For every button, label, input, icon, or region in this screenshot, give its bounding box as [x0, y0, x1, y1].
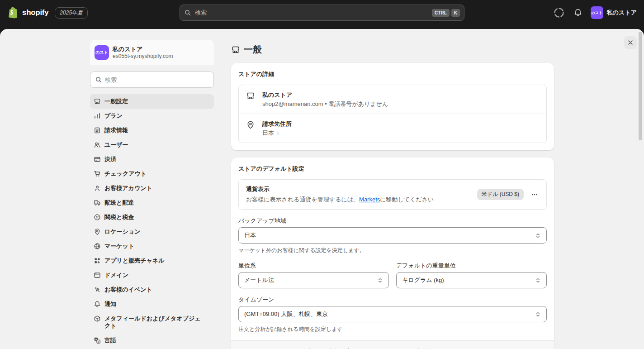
store-domain: es055t-sy.myshopify.com: [113, 53, 173, 60]
horizontal-dots-icon: [531, 191, 538, 198]
billing-icon: [94, 127, 101, 134]
settings-search: [90, 72, 214, 88]
apps-icon: [94, 257, 101, 264]
close-button[interactable]: [624, 36, 637, 49]
sidebar-item-domains[interactable]: ドメイン: [90, 268, 214, 282]
sidebar-item-label: 決済: [104, 156, 116, 163]
currency-description-suffix: に移動してください: [380, 196, 434, 203]
settings-sidebar: のスト 私のストア es055t-sy.myshopify.com 一般設定プラ…: [90, 29, 214, 349]
topbar-right: のスト 私のストア: [553, 6, 637, 19]
settings-search-input[interactable]: [105, 76, 209, 83]
store-header: のスト 私のストア es055t-sy.myshopify.com: [90, 40, 214, 65]
sidebar-item-label: お客様のイベント: [104, 286, 152, 293]
chevron-updown-icon: [535, 233, 541, 239]
settings-modal: のスト 私のストア es055t-sy.myshopify.com 一般設定プラ…: [0, 29, 644, 349]
sidebar-item-metafields[interactable]: メタフィールドおよびメタオブジェクト: [90, 311, 214, 333]
chevron-updown-icon: [535, 277, 541, 283]
sidebar-item-checkout[interactable]: チェックアウト: [90, 167, 214, 181]
sidebar-item-payments[interactable]: 決済: [90, 152, 214, 167]
topbar: shopify 2025年夏 検索 CTRL K のスト 私のストア: [0, 0, 644, 25]
sidebar-item-label: お客様アカウント: [104, 185, 152, 192]
languages-icon: A文: [94, 337, 101, 344]
sidebar-item-location[interactable]: ロケーション: [90, 225, 214, 239]
sidebar-item-label: ドメイン: [104, 272, 128, 279]
units-grid: 単位系 メートル法 デフォルトの重量単位 キログラム (kg): [238, 262, 547, 288]
edition-badge[interactable]: 2025年夏: [55, 7, 88, 19]
currency-description-prefix: お客様に表示される通貨を管理するには、: [246, 196, 359, 203]
store-details-card: ストアの詳細 私のストアshop2@mamenari.com • 電話番号があり…: [231, 63, 554, 150]
sidebar-item-notifications[interactable]: 通知: [90, 297, 214, 311]
backup-region-select[interactable]: 日本: [238, 227, 547, 244]
detail-title: 私のストア: [262, 91, 388, 99]
users-icon: [94, 141, 101, 148]
domains-icon: [94, 272, 101, 279]
sidebar-item-label: 言語: [104, 337, 116, 344]
sidebar-item-label: メタフィールドおよびメタオブジェクト: [104, 315, 201, 330]
weight-unit-select[interactable]: キログラム (kg): [396, 272, 547, 288]
timezone-select[interactable]: (GMT+09:00) 大阪、札幌、東京: [238, 306, 547, 322]
sidebar-item-label: 配送と配達: [104, 199, 134, 206]
sidebar-item-label: 一般設定: [104, 98, 128, 105]
currency-description: お客様に表示される通貨を管理するには、Marketsに移動してください: [246, 196, 434, 204]
plan-icon: [94, 112, 101, 120]
sidebar-item-label: ユーザー: [104, 141, 128, 148]
sidebar-item-account[interactable]: お客様アカウント: [90, 181, 214, 196]
unit-system-field: 単位系 メートル法: [238, 262, 389, 288]
store-details-box: 私のストアshop2@mamenari.com • 電話番号がありません請求先住…: [238, 85, 547, 143]
markets-icon: [94, 243, 101, 250]
sidebar-item-languages[interactable]: A文言語: [90, 333, 214, 348]
user-menu[interactable]: のスト 私のストア: [591, 6, 637, 19]
currency-badge: 米ドル (USD $): [477, 189, 524, 200]
global-search[interactable]: 検索 CTRL K: [180, 5, 464, 21]
search-icon: [95, 76, 102, 83]
unit-system-select[interactable]: メートル法: [238, 272, 389, 288]
store-icon: [246, 91, 255, 100]
sidebar-item-billing[interactable]: 請求情報: [90, 123, 214, 138]
global-search-placeholder: 検索: [195, 9, 428, 17]
store-icon: [231, 45, 240, 54]
backup-region-value: 日本: [244, 231, 256, 239]
taxes-icon: [94, 214, 101, 221]
editions-icon[interactable]: [553, 6, 565, 19]
shortcut-keys: CTRL K: [432, 9, 460, 17]
sidebar-item-label: 請求情報: [104, 127, 128, 134]
unit-system-label: 単位系: [238, 262, 389, 270]
timezone-value: (GMT+09:00) 大阪、札幌、東京: [244, 310, 328, 318]
page-title: 一般: [244, 43, 262, 56]
chevron-updown-icon: [535, 311, 541, 317]
sidebar-item-plan[interactable]: プラン: [90, 109, 214, 123]
sidebar-item-apps[interactable]: アプリと販売チャネル: [90, 253, 214, 268]
store-defaults-card: ストアのデフォルト設定 通貨表示 お客様に表示される通貨を管理するには、Mark…: [231, 158, 554, 349]
sidebar-item-users[interactable]: ユーザー: [90, 138, 214, 152]
currency-menu-button[interactable]: [530, 190, 539, 199]
sidebar-item-shipping[interactable]: 配送と配達: [90, 196, 214, 210]
location-icon: [94, 228, 101, 235]
currency-row: 通貨表示 お客様に表示される通貨を管理するには、Marketsに移動してください…: [238, 179, 547, 210]
events-icon: [94, 286, 101, 293]
currency-controls: 米ドル (USD $): [477, 189, 539, 200]
chevron-updown-icon: [377, 277, 383, 283]
markets-link[interactable]: Markets: [359, 196, 380, 203]
weight-unit-label: デフォルトの重量単位: [396, 262, 547, 270]
sidebar-item-events[interactable]: お客様のイベント: [90, 282, 214, 297]
store-name: 私のストア: [113, 46, 173, 53]
card-heading: ストアのデフォルト設定: [238, 165, 547, 173]
notifications-bell-icon[interactable]: [573, 8, 582, 17]
shopify-logo[interactable]: shopify 2025年夏: [7, 6, 88, 19]
ctrl-key-badge: CTRL: [432, 9, 450, 17]
sidebar-item-label: アプリと販売チャネル: [104, 257, 164, 264]
currency-label: 通貨表示: [246, 185, 434, 193]
sidebar-item-store[interactable]: 一般設定: [90, 94, 214, 109]
search-icon: [184, 9, 191, 16]
detail-subtitle: 日本 〒: [262, 129, 292, 137]
payments-icon: [94, 156, 101, 163]
notifications-icon: [94, 301, 101, 308]
settings-nav: 一般設定プラン請求情報ユーザー決済チェックアウトお客様アカウント配送と配達関税と…: [90, 94, 214, 348]
sidebar-item-taxes[interactable]: 関税と税金: [90, 210, 214, 225]
shopify-wordmark: shopify: [22, 8, 48, 17]
account-settings-footer: ユーザーレベルのタイムゾーンと言語を変更するには、アカウント設定にアクセスしてく…: [231, 340, 554, 349]
sidebar-item-markets[interactable]: マーケット: [90, 239, 214, 253]
currency-text: 通貨表示 お客様に表示される通貨を管理するには、Marketsに移動してください: [246, 185, 434, 204]
weight-unit-value: キログラム (kg): [402, 276, 444, 284]
scrollbar[interactable]: [639, 32, 642, 140]
